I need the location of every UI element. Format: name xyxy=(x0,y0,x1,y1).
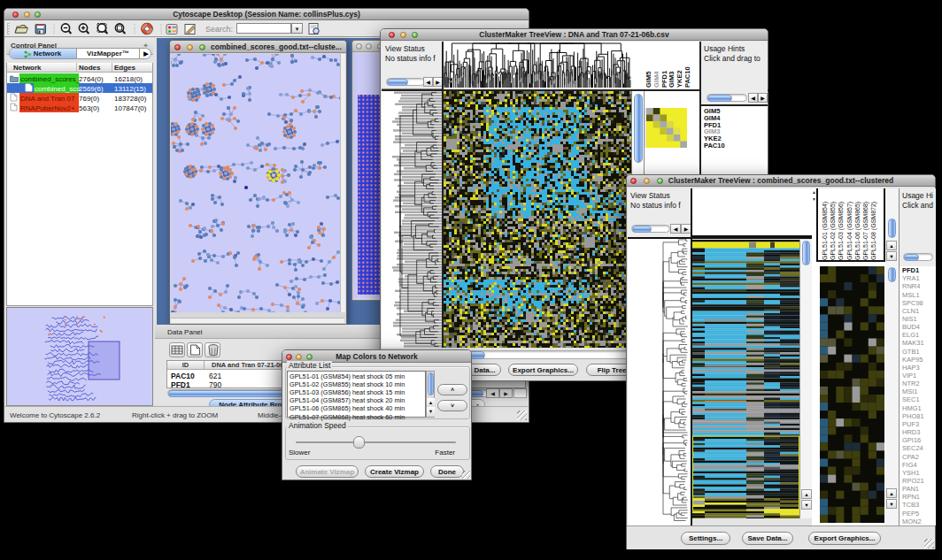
svg-text:GPL51-04 (GSM857): GPL51-04 (GSM857) xyxy=(846,202,853,260)
svg-text:GPL51-06 (GSM865): GPL51-06 (GSM865) xyxy=(854,202,861,260)
svg-text:GPL51-01 (GSM854): GPL51-01 (GSM854) xyxy=(822,202,829,260)
svg-text:PFD1: PFD1 xyxy=(660,71,668,88)
svg-text:GPL51-03 (GSM856): GPL51-03 (GSM856) xyxy=(838,202,845,260)
svg-text:YKE2: YKE2 xyxy=(676,70,683,88)
svg-text:PAC10: PAC10 xyxy=(683,66,691,88)
svg-text:GPL51-07 (GSM868): GPL51-07 (GSM868) xyxy=(862,202,869,260)
svg-text:GIM5: GIM5 xyxy=(645,72,652,88)
svg-text:GPL51-08 (GSM872): GPL51-08 (GSM872) xyxy=(870,202,877,260)
svg-text:GIM3: GIM3 xyxy=(668,72,676,88)
svg-text:GPL51-02 (GSM855): GPL51-02 (GSM855) xyxy=(830,202,837,260)
svg-text:GIM4: GIM4 xyxy=(652,71,660,88)
